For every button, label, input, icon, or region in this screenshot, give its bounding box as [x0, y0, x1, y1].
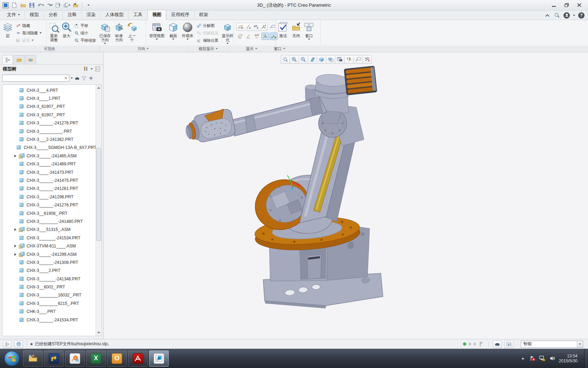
open-file-icon[interactable]	[20, 2, 27, 9]
expand-arrow-icon[interactable]	[14, 171, 19, 174]
expand-arrow-icon[interactable]	[14, 302, 19, 305]
expand-arrow-icon[interactable]	[14, 220, 19, 223]
group-caption[interactable]: 可见性	[0, 46, 99, 52]
help-icon[interactable]: ?	[578, 12, 584, 19]
clear-search-icon[interactable]: ✕	[64, 76, 68, 80]
app-menu-icon[interactable]	[2, 2, 9, 9]
tree-item[interactable]: CHX-3____1.PRT	[2, 94, 95, 102]
robot-model[interactable]	[104, 52, 588, 339]
tree-item[interactable]: CHX-3__________.PRT	[2, 127, 95, 135]
action-center-flag-icon[interactable]	[530, 355, 536, 362]
tree-item[interactable]: CHX-3______-241276.PRT	[2, 201, 95, 209]
datum-point-toggle[interactable]	[252, 23, 260, 30]
expand-arrow-icon[interactable]	[14, 286, 19, 288]
refit-button[interactable]: 重新调整	[48, 21, 60, 45]
expand-arrow-icon[interactable]	[14, 130, 19, 133]
tree-item[interactable]: CHX-3______-241534.PRT	[2, 316, 95, 324]
show-hidden-icons[interactable]	[520, 355, 526, 362]
csys-toggle[interactable]	[260, 23, 267, 30]
tree-search-box[interactable]: ✕	[2, 75, 69, 82]
speaker-icon[interactable]	[549, 355, 555, 362]
save-icon[interactable]	[28, 2, 35, 9]
tree-tools-arrow-icon[interactable]	[91, 68, 93, 70]
zoom-in-button[interactable]: 放大	[61, 21, 72, 45]
unhide-button[interactable]: 取消隐藏	[15, 30, 42, 36]
windows-button[interactable]: 窗口	[303, 21, 315, 45]
ribbon-tab[interactable]: 视图	[147, 10, 166, 20]
ribbon-tab[interactable]: 框架	[194, 10, 213, 20]
tree-item[interactable]: CHX-3___4.PRT	[2, 86, 95, 94]
tree-tools-icon[interactable]	[83, 66, 89, 72]
taskbar-app-photo-viewer[interactable]	[65, 350, 85, 367]
flag-icon[interactable]	[478, 341, 485, 347]
redo-icon[interactable]	[46, 2, 53, 9]
appearances-button[interactable]: 外观库	[180, 21, 195, 45]
group-caption[interactable]: 显示	[229, 46, 274, 52]
start-button[interactable]	[4, 351, 20, 366]
tree-item[interactable]: CHX-3_____-241299.ASM	[2, 250, 95, 258]
plane-tag-toggle[interactable]	[236, 33, 244, 40]
switch-state-button[interactable]: 切换状况	[196, 30, 219, 36]
undo-icon[interactable]	[37, 2, 44, 9]
scrollbar-thumb[interactable]	[96, 148, 101, 241]
zoom-out-button[interactable]: 缩小	[74, 30, 97, 36]
expand-arrow-icon[interactable]	[14, 122, 19, 124]
tree-search-input[interactable]	[4, 76, 64, 81]
status-button[interactable]: 状况	[15, 37, 42, 43]
tree-item[interactable]: CHX-3__6002_.PRT	[2, 283, 95, 291]
tree-item[interactable]: CHX-3________16032_.PRT	[2, 291, 95, 299]
sections-button[interactable]: 截面	[167, 21, 180, 45]
qat-menu-icon[interactable]	[85, 2, 92, 9]
close-window-group-button[interactable]: 关闭	[290, 21, 302, 45]
repaint-icon[interactable]	[308, 55, 317, 64]
datum-display-icon[interactable]	[344, 55, 354, 64]
tree-item[interactable]: CHX-3___51315_.ASM	[2, 226, 95, 234]
tree-item[interactable]: CHX-3_61907_.PRT	[2, 111, 95, 119]
zoom-in-icon[interactable]	[290, 55, 299, 64]
new-file-icon[interactable]	[11, 2, 18, 9]
expand-arrow-icon[interactable]	[14, 278, 19, 280]
selection-filter-arrow-icon[interactable]	[577, 341, 583, 347]
tree-item[interactable]: CHX-3______-241308.PRT	[2, 258, 95, 266]
find-binoculars-icon[interactable]	[74, 75, 80, 81]
csys-tag-toggle[interactable]	[261, 33, 269, 40]
ribbon-tab[interactable]: 注释	[63, 10, 82, 20]
edit-position-button[interactable]: 编辑位置	[196, 37, 219, 43]
point-tag-toggle[interactable]	[253, 33, 261, 40]
group-caption[interactable]: 模型显示	[187, 46, 229, 52]
ribbon-tab[interactable]: 人体模型	[100, 10, 128, 20]
datum-plane-toggle[interactable]	[237, 23, 244, 30]
tree-item[interactable]: CHX-3____-241473.PRT	[2, 168, 95, 176]
filter-icon[interactable]	[81, 75, 87, 81]
tree-item[interactable]: CHX-3__61908_.PRT	[2, 209, 95, 217]
minimize-button[interactable]	[550, 2, 558, 8]
display-style-icon[interactable]	[317, 55, 326, 64]
regenerate-icon[interactable]	[55, 2, 62, 9]
expand-arrow-icon[interactable]	[14, 155, 19, 157]
community-arrow-icon[interactable]	[573, 15, 575, 16]
tree-item[interactable]: CHX-3________6215_.PRT	[2, 299, 95, 307]
expand-arrow-icon[interactable]	[14, 97, 19, 100]
tree-item[interactable]: CHX-3______-241261.PRT	[2, 185, 95, 193]
activate-window-button[interactable]: 激活	[277, 21, 289, 45]
taskbar-app-blue-yellow[interactable]	[44, 350, 64, 367]
taskbar-app-creo[interactable]	[149, 350, 169, 367]
expand-arrow-icon[interactable]	[14, 269, 19, 272]
search-arrow-icon[interactable]	[71, 77, 73, 79]
hide-button[interactable]: 隐藏	[15, 22, 42, 29]
display-style-button[interactable]: 显示样式	[220, 21, 235, 45]
expand-arrow-icon[interactable]	[14, 253, 19, 256]
expand-arrow-icon[interactable]	[14, 310, 19, 313]
taskbar-clock[interactable]: 13:54 2015/5/30	[559, 354, 578, 363]
tree-settings-icon[interactable]	[95, 66, 100, 72]
model-select-icon[interactable]	[504, 340, 513, 348]
ribbon-tab[interactable]: 应用程序	[166, 10, 194, 20]
command-search-icon[interactable]	[554, 12, 560, 19]
favorites-tab[interactable]	[25, 55, 36, 64]
group-caption[interactable]: 窗口	[274, 46, 286, 52]
taskbar-app-adobe-reader[interactable]	[128, 350, 148, 367]
expand-arrow-icon[interactable]	[14, 228, 19, 231]
saved-orientations-icon[interactable]	[326, 55, 335, 64]
pan-zoom-button[interactable]: 平移缩放	[74, 37, 97, 43]
tree-item[interactable]: CHX-3________-241480.PRT	[2, 217, 95, 225]
